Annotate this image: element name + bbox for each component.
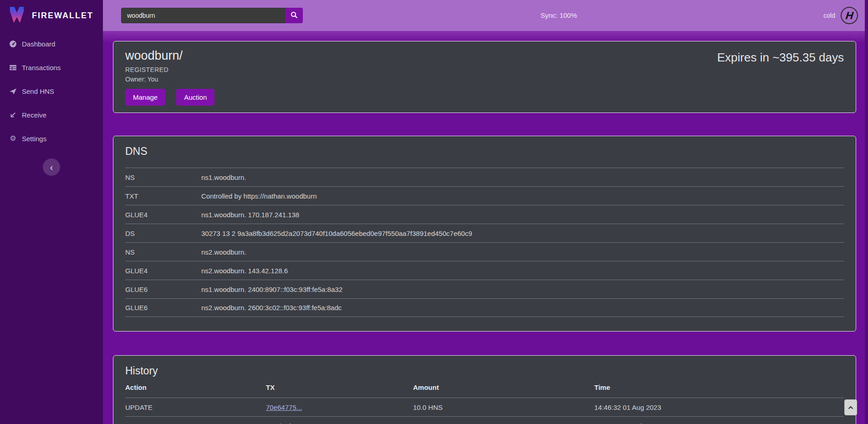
dns-record-value: ns2.woodburn. 2600:3c02::f03c:93ff:fe5a:… <box>201 304 342 312</box>
firewallet-logo-icon <box>8 5 26 26</box>
sidebar-item-label: Settings <box>22 135 46 143</box>
search-group <box>121 8 303 23</box>
receive-arrow-icon <box>9 111 17 119</box>
history-row: UPDATE 70e64775... 10.0 HNS 14:46:32 01 … <box>125 398 844 417</box>
dns-record-type: TXT <box>125 192 201 200</box>
history-time: 15:47:06 07 Feb 2023 <box>594 422 844 424</box>
history-amount: 10.0 HNS <box>413 422 594 424</box>
search-input[interactable] <box>121 8 285 23</box>
brand-name: FIREWALLET <box>32 11 93 20</box>
dns-record-type: NS <box>125 248 201 256</box>
history-card: History Action TX Amount Time UPDATE 70e… <box>113 355 856 424</box>
send-icon <box>9 87 17 95</box>
chevron-left-icon: ‹ <box>50 162 53 173</box>
sync-status: Sync: 100% <box>541 11 577 19</box>
dns-record-value: ns1.woodburn. 2400:8907::f03c:93ff:fe5a:… <box>201 286 342 293</box>
dns-record-value: ns2.woodburn. 143.42.128.6 <box>201 267 288 275</box>
dns-record-type: GLUE4 <box>125 267 201 275</box>
dns-record-value: ns1.woodburn. <box>201 174 246 181</box>
sidebar-item-dashboard[interactable]: Dashboard <box>0 32 103 56</box>
wallet-switcher: cold H <box>823 0 858 31</box>
dns-record-type: GLUE6 <box>125 286 201 293</box>
expires-label: Expires in ~395.35 days <box>717 51 844 65</box>
auction-button[interactable]: Auction <box>176 89 214 106</box>
dns-record-value: Controlled by https://nathan.woodburn <box>201 192 317 200</box>
gauge-icon <box>9 40 17 48</box>
main-content: woodburn/ REGISTERED Owner: You Manage A… <box>103 31 868 424</box>
table-icon <box>9 64 17 72</box>
history-header-row: Action TX Amount Time <box>125 377 844 398</box>
history-col-tx: TX <box>266 383 413 391</box>
tx-link[interactable]: 70e64775... <box>266 404 302 411</box>
dns-record-type: GLUE6 <box>125 304 201 312</box>
brand-header: FIREWALLET <box>0 0 103 31</box>
dns-record-value: ns2.woodburn. <box>201 248 246 256</box>
dns-record-row: NS ns1.woodburn. <box>125 168 844 186</box>
history-col-amount: Amount <box>413 383 594 391</box>
dns-record-row: GLUE4 ns2.woodburn. 143.42.128.6 <box>125 261 844 280</box>
sidebar-item-label: Transactions <box>22 64 61 72</box>
history-col-action: Action <box>125 383 266 391</box>
sidebar-item-transactions[interactable]: Transactions <box>0 56 103 79</box>
history-action: UPDATE <box>125 404 266 411</box>
domain-card: woodburn/ REGISTERED Owner: You Manage A… <box>113 41 856 113</box>
page-scrollbar[interactable] <box>865 0 868 424</box>
dns-record-type: NS <box>125 174 201 181</box>
dns-record-row: GLUE6 ns1.woodburn. 2400:8907::f03c:93ff… <box>125 280 844 298</box>
history-time: 14:46:32 01 Aug 2023 <box>594 404 844 411</box>
scroll-to-top-button[interactable] <box>844 399 857 415</box>
gear-icon: ⚙ <box>9 135 17 143</box>
history-amount: 10.0 HNS <box>413 404 594 411</box>
topbar: Sync: 100% cold H <box>103 0 868 31</box>
history-col-time: Time <box>594 383 844 391</box>
dns-card: DNS NS ns1.woodburn. TXT Controlled by h… <box>113 136 856 332</box>
sidebar-item-label: Dashboard <box>22 40 55 48</box>
sidebar: FIREWALLET Dashboard Transactions <box>0 0 103 424</box>
dns-title: DNS <box>125 136 844 158</box>
dns-record-row: DS 30273 13 2 9a3a8fb3d625d2a2073d740f10… <box>125 224 844 242</box>
dns-record-value: 30273 13 2 9a3a8fb3d625d2a2073d740f10da6… <box>201 230 472 237</box>
sidebar-item-settings[interactable]: ⚙ Settings <box>0 127 103 150</box>
sidebar-item-send-hns[interactable]: Send HNS <box>0 79 103 103</box>
sidebar-item-label: Send HNS <box>22 87 54 95</box>
sidebar-item-receive[interactable]: Receive <box>0 103 103 127</box>
dns-record-type: DS <box>125 230 201 237</box>
dns-record-type: GLUE4 <box>125 211 201 219</box>
search-button[interactable] <box>285 8 303 23</box>
domain-status: REGISTERED <box>125 66 844 73</box>
chevron-up-icon <box>848 404 853 411</box>
manage-button[interactable]: Manage <box>125 89 165 106</box>
domain-owner: Owner: You <box>125 76 844 83</box>
history-title: History <box>125 356 844 377</box>
wallet-name: cold <box>823 12 835 19</box>
history-row: RENEW a47d02f3... 10.0 HNS 15:47:06 07 F… <box>125 417 844 424</box>
dns-record-row: TXT Controlled by https://nathan.woodbur… <box>125 186 844 205</box>
history-action: RENEW <box>125 422 266 424</box>
dns-table: NS ns1.woodburn. TXT Controlled by https… <box>125 168 844 317</box>
sidebar-nav: Dashboard Transactions Send HNS <box>0 31 103 150</box>
tx-link[interactable]: a47d02f3... <box>266 422 300 424</box>
dns-record-row: GLUE4 ns1.woodburn. 170.187.241.138 <box>125 205 844 224</box>
dns-record-value: ns1.woodburn. 170.187.241.138 <box>201 211 299 219</box>
dns-record-row: NS ns2.woodburn. <box>125 242 844 261</box>
dns-record-row: GLUE6 ns2.woodburn. 2600:3c02::f03c:93ff… <box>125 298 844 317</box>
handshake-logo-icon[interactable]: H <box>841 7 858 24</box>
sidebar-item-label: Receive <box>22 111 46 119</box>
search-icon <box>291 11 298 20</box>
sidebar-collapse-button[interactable]: ‹ <box>43 158 60 176</box>
